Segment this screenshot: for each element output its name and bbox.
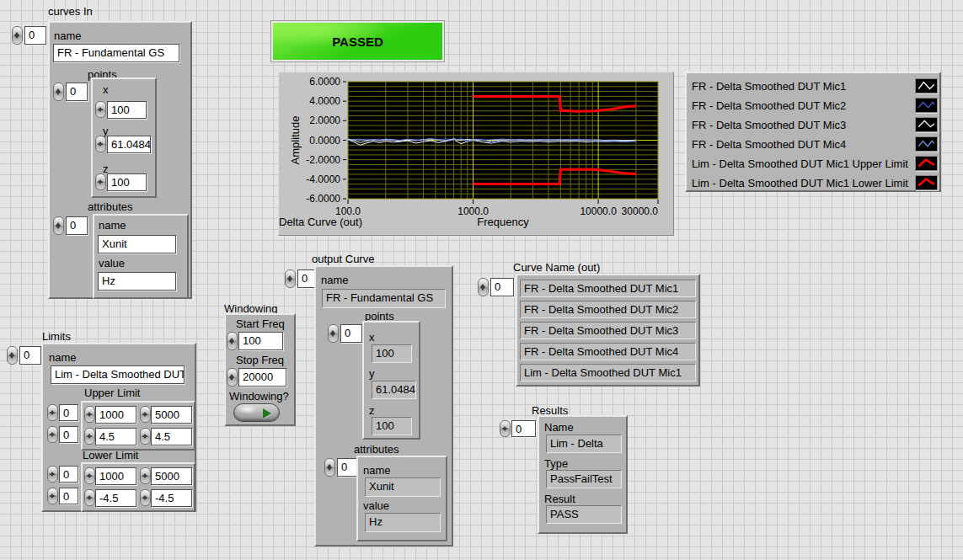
upper-cell[interactable]: 1000 [95,406,136,424]
curve-name-index-spinner[interactable] [478,278,489,296]
output-attributes-label: attributes [354,444,399,456]
output-curve-label: output Curve [312,253,374,265]
curves-in-points-index-spinner[interactable] [53,83,64,101]
labview-front-panel: curves In 0 name FR - Fundamental GS poi… [0,0,963,560]
passed-label: PASSED [332,35,383,49]
curve-name-index-field[interactable]: 0 [490,278,514,296]
output-points-index-spinner[interactable] [328,324,339,343]
lower-cell-spinner[interactable] [140,489,151,506]
upper-cell[interactable]: 4.5 [95,428,136,445]
upper-index-spinner[interactable] [47,404,58,421]
legend-item[interactable]: FR - Delta Smoothed DUT Mic3 [692,115,938,134]
legend-item[interactable]: FR - Delta Smoothed DUT Mic1 [692,77,938,95]
curves-in-attributes-index-spinner[interactable] [53,216,64,235]
windowing-toggle-label: Windowing? [229,391,289,403]
upper-cell[interactable]: 4.5 [151,428,192,445]
start-freq-label: Start Freq [236,318,285,330]
lower-cell[interactable]: 5000 [151,467,192,485]
output-x-field: 100 [372,344,412,363]
output-x-label: x [369,332,375,344]
upper-index-field[interactable]: 0 [59,404,78,421]
curves-in-index-field[interactable]: 0 [24,26,46,45]
svg-text:10000.0: 10000.0 [580,205,617,217]
lower-index-field[interactable]: 0 [59,466,78,483]
start-freq-field[interactable]: 100 [238,332,283,350]
attr-name-field[interactable]: Xunit [98,235,176,253]
legend-item[interactable]: FR - Delta Smoothed DUT Mic4 [692,135,938,153]
plot-sample-icon[interactable] [915,156,938,171]
upper-cell-spinner[interactable] [140,406,151,423]
lower-cell-spinner[interactable] [84,489,95,506]
lower-index-spinner[interactable] [47,466,58,483]
windowing-toggle[interactable] [233,403,280,422]
output-points-index-field[interactable]: 0 [340,324,362,343]
stop-freq-field[interactable]: 20000 [238,368,286,387]
output-attributes-index-spinner[interactable] [324,458,335,477]
curves-in-attributes-index-field[interactable]: 0 [66,216,88,235]
curve-name-out-label: Curve Name (out) [513,262,600,274]
legend-item[interactable]: Lim - Delta Smoothed DUT Mic1 Upper Limi… [692,154,938,173]
upper-cell-spinner[interactable] [84,406,95,423]
plot-sample-icon[interactable] [915,136,938,152]
passed-indicator: PASSED [271,21,444,61]
result-name-field: Lim - Delta [546,435,622,453]
limits-label: Limits [42,331,71,343]
curves-in-index-spinner[interactable] [12,26,23,45]
start-freq-spinner[interactable] [227,332,238,350]
delta-curve-plot-area[interactable]: 6.00004.00002.00000.0000-2.0000-4.0000-6… [279,72,675,237]
x-label: x [103,84,109,96]
x-spinner[interactable] [95,101,106,118]
legend-item[interactable]: Lim - Delta Smoothed DUT Mic1 Lower Limi… [692,173,938,192]
output-name-label: name [321,275,349,286]
result-result-label: Result [544,493,575,505]
upper-index-field[interactable]: 0 [59,426,78,443]
limits-index-spinner[interactable] [7,346,18,365]
svg-text:-4.0000: -4.0000 [306,173,340,185]
upper-cell-spinner[interactable] [84,428,95,445]
plot-sample-icon[interactable] [915,175,938,190]
results-index-spinner[interactable] [500,420,511,437]
attr-value-field[interactable]: Hz [98,272,176,291]
legend-item[interactable]: FR - Delta Smoothed DUT Mic2 [692,96,938,115]
svg-text:30000.0: 30000.0 [622,205,659,217]
curves-in-name-field[interactable]: FR - Fundamental GS [53,44,179,62]
z-spinner[interactable] [95,173,106,190]
output-name-field: FR - Fundamental GS [322,289,446,308]
z-field[interactable]: 100 [107,173,147,191]
lower-cell[interactable]: -4.5 [151,489,192,507]
svg-text:4.0000: 4.0000 [309,95,340,107]
output-y-label: y [369,368,375,380]
curve-name-item: FR - Delta Smoothed DUT Mic1 [520,280,696,297]
plot-sample-icon[interactable] [915,98,938,113]
plot-sample-icon[interactable] [915,117,938,132]
stop-freq-label: Stop Freq [236,355,284,366]
output-z-field: 100 [372,417,412,435]
curves-in-label: curves In [48,6,93,18]
result-name-label: Name [544,422,574,434]
upper-cell-spinner[interactable] [140,428,151,445]
curves-in-attributes-label: attributes [88,201,132,213]
upper-cell[interactable]: 5000 [151,406,192,424]
lower-index-spinner[interactable] [47,488,58,504]
plot-legend: FR - Delta Smoothed DUT Mic1 FR - Delta … [685,72,941,192]
curves-in-points-index-field[interactable]: 0 [66,83,88,101]
lower-cell-spinner[interactable] [84,467,95,484]
limits-index-field[interactable]: 0 [19,346,41,365]
y-field[interactable]: 61.0484 [107,136,151,153]
output-curve-index-spinner[interactable] [285,269,296,288]
lower-cell[interactable]: -4.5 [95,489,136,507]
lower-limit-label: Lower Limit [83,450,138,461]
stop-freq-spinner[interactable] [227,368,238,387]
y-spinner[interactable] [95,136,106,152]
results-index-field[interactable]: 0 [511,420,536,437]
lower-cell-spinner[interactable] [140,467,151,484]
x-field[interactable]: 100 [107,101,147,119]
limits-name-field[interactable]: Lim - Delta Smoothed DUT [51,365,185,384]
plot-sample-icon[interactable] [915,78,938,93]
svg-text:Amplitude: Amplitude [289,116,302,165]
lower-cell[interactable]: 1000 [95,467,136,485]
upper-index-spinner[interactable] [47,426,58,443]
result-result-field: PASS [546,505,622,524]
svg-text:-2.0000: -2.0000 [306,154,340,166]
lower-index-field[interactable]: 0 [59,488,78,504]
